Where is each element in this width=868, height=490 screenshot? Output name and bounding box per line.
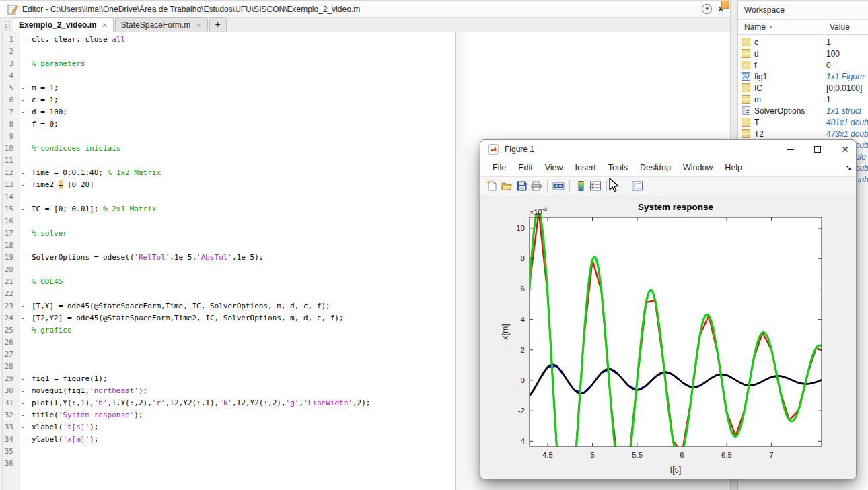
menu-file[interactable]: File	[486, 163, 512, 172]
menu-help[interactable]: Help	[719, 163, 748, 172]
x-tick-label: 6	[680, 451, 684, 459]
menu-insert[interactable]: Insert	[569, 163, 602, 172]
code-line-5[interactable]: 5-m = 1;	[0, 82, 727, 94]
struct-icon	[742, 106, 750, 115]
editor-title: Editor - C:\Users\limal\OneDrive\Área de…	[22, 5, 360, 14]
variable-name: SolverOptions	[754, 106, 826, 116]
code-line-1[interactable]: 1-clc, clear, close all	[0, 34, 727, 46]
code-line-3[interactable]: 3% parameters	[0, 58, 727, 70]
workspace-row-f[interactable]: f0	[738, 59, 868, 71]
variable-name: c	[754, 38, 826, 47]
editor-tab-exemplo_2_video-m[interactable]: Exemplo_2_video.m✕	[13, 18, 114, 32]
variable-value: 1x1 struct	[826, 106, 861, 116]
matrix-icon	[742, 49, 750, 58]
workspace-row-fig1[interactable]: fig11x1 Figure	[738, 71, 868, 82]
variable-name: T	[754, 118, 826, 127]
menu-tools[interactable]: Tools	[602, 163, 634, 172]
link-plot-icon[interactable]	[552, 179, 565, 193]
x-tick-label: 7	[769, 451, 773, 459]
close-icon[interactable]: ✕	[841, 145, 849, 154]
x-tick-label: 6.5	[721, 451, 732, 459]
figure-menubar: FileEditViewInsertToolsDesktopWindowHelp…	[480, 159, 856, 177]
tab-close-icon[interactable]: ✕	[196, 22, 201, 29]
code-line-7[interactable]: 7-d = 100;	[0, 106, 727, 118]
workspace-row-m[interactable]: m1	[738, 94, 868, 105]
workspace-col-name[interactable]: Name▲	[738, 20, 826, 34]
variable-value: 1	[826, 95, 831, 104]
print-icon[interactable]	[530, 179, 543, 193]
code-line-6[interactable]: 6-c = 1;	[0, 94, 727, 106]
y-tick-label: 4	[521, 316, 526, 324]
editor-menu-icon[interactable]: ▼	[702, 4, 712, 14]
variable-name: fig1	[754, 72, 826, 81]
variable-value: 1	[826, 38, 831, 47]
y-tick-label: 6	[521, 285, 525, 293]
workspace-row-c[interactable]: c1	[738, 36, 868, 48]
tab-close-icon[interactable]: ✕	[102, 22, 107, 29]
menu-view[interactable]: View	[539, 163, 569, 172]
variable-name: m	[754, 95, 826, 104]
menu-edit[interactable]: Edit	[512, 163, 539, 172]
mouse-pointer	[607, 178, 622, 194]
menu-window[interactable]: Window	[677, 163, 719, 172]
variable-value: [0;0.0100]	[826, 83, 862, 93]
variable-name: d	[754, 49, 826, 59]
matrix-icon	[742, 95, 750, 104]
code-line-8[interactable]: 8-f = 0;	[0, 118, 727, 131]
workspace-row-SolverOptions[interactable]: SolverOptions1x1 struct	[738, 105, 868, 116]
y-tick-label: 2	[521, 346, 525, 354]
code-line-2[interactable]: 2	[0, 46, 727, 58]
editor-tab-statespaceform-m[interactable]: StateSpaceForm.m✕	[115, 18, 208, 32]
editor-tabbar: Exemplo_2_video.m✕StateSpaceForm.m✕ +	[0, 18, 730, 32]
variable-value: 401x1 double	[826, 118, 868, 127]
plot-axes-background[interactable]	[530, 217, 822, 446]
workspace-col-value[interactable]: Value	[826, 20, 868, 34]
property-inspector-icon[interactable]	[630, 179, 644, 193]
plot-ylabel: x[m]	[501, 324, 510, 340]
code-line-4[interactable]: 4	[0, 70, 727, 82]
matrix-icon	[742, 38, 750, 46]
editor-pencil-icon	[7, 4, 18, 15]
variable-name: f	[754, 61, 826, 70]
y-tick-label: 10	[516, 224, 525, 232]
variable-value: 1x1 Figure	[826, 72, 865, 81]
open-file-icon[interactable]	[500, 179, 513, 193]
variable-value: 473x1 double	[826, 129, 868, 139]
variable-name: IC	[754, 83, 826, 93]
matrix-icon	[742, 118, 750, 127]
y-tick-label: 8	[521, 254, 525, 262]
dock-figure-icon[interactable]: ➘	[846, 164, 852, 172]
workspace-row-IC[interactable]: IC[0;0.0100]	[738, 82, 868, 94]
save-icon[interactable]	[515, 179, 528, 193]
workspace-row-d[interactable]: d100	[738, 48, 868, 59]
new-tab-button[interactable]: +	[209, 18, 227, 32]
minimize-icon[interactable]	[787, 149, 794, 150]
analyzer-warning-indicator[interactable]	[721, 1, 729, 9]
insert-colorbar-icon[interactable]	[574, 179, 587, 193]
matrix-icon	[742, 129, 750, 138]
variable-value: 100	[826, 49, 840, 59]
figure-canvas: 4.555.566.57-4-20246810System responset[…	[480, 195, 856, 479]
sort-arrow-icon: ▲	[768, 24, 773, 29]
menu-desktop[interactable]: Desktop	[634, 163, 677, 172]
new-file-icon[interactable]	[485, 179, 499, 193]
figure-titlebar[interactable]: Figure 1 ✕	[480, 140, 856, 159]
matlab-logo-icon	[488, 144, 499, 155]
variable-name: T2	[754, 129, 826, 139]
tabbar-grip[interactable]	[5, 21, 10, 30]
editor-titlebar: Editor - C:\Users\limal\OneDrive\Área de…	[0, 0, 730, 18]
workspace-row-T[interactable]: T401x1 double	[738, 116, 868, 128]
y-tick-label: -4	[518, 437, 526, 445]
matrix-icon	[742, 83, 750, 92]
figure-window-title: Figure 1	[505, 145, 534, 154]
y-tick-label: 0	[521, 376, 525, 384]
variable-value: 0	[826, 61, 831, 70]
workspace-row-T2[interactable]: T2473x1 double	[738, 128, 868, 139]
plot-xlabel: t[s]	[670, 465, 682, 475]
figure-icon	[742, 72, 750, 81]
x-tick-label: 4.5	[542, 451, 553, 459]
figure-toolbar	[480, 177, 856, 195]
maximize-icon[interactable]	[814, 146, 821, 153]
matrix-icon	[742, 61, 750, 69]
insert-legend-icon[interactable]	[589, 179, 602, 193]
